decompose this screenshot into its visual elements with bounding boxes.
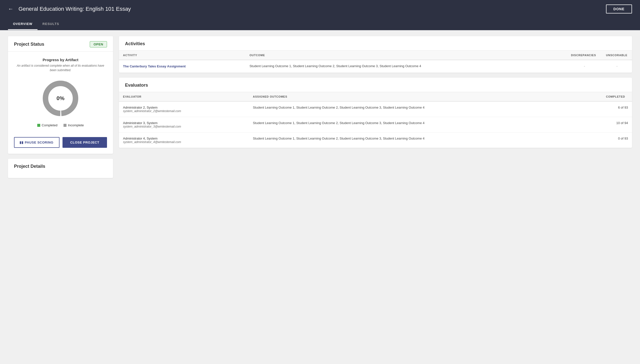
evaluators-table-header: EVALUATOR ASSIGNED OUTCOMES COMPLETED <box>119 92 632 101</box>
evaluator-name: Administrator 3, System <box>123 121 245 125</box>
evaluator-completed: 0 of 93 <box>602 132 632 148</box>
project-status-header: Project Status OPEN <box>8 36 113 52</box>
evaluator-email: system_administrator_3@wmtestemail.com <box>123 125 245 128</box>
evaluator-cell: Administrator 2, System system_administr… <box>119 101 249 117</box>
evaluator-outcomes: Student Learning Outcome 1, Student Lear… <box>249 101 602 117</box>
col-completed: COMPLETED <box>602 92 632 101</box>
col-evaluator: EVALUATOR <box>119 92 249 101</box>
header-left: ← General Education Writing: English 101… <box>8 6 131 12</box>
donut-chart: 0% <box>41 78 81 118</box>
activities-card: Activities ACTIVITY OUTCOME DISCREPANCIE… <box>119 36 632 73</box>
evaluator-completed: 10 of 94 <box>602 117 632 132</box>
activities-table-header: ACTIVITY OUTCOME DISCREPANCIES UNSCORABL… <box>119 51 632 60</box>
completed-dot <box>37 124 40 127</box>
project-details-title: Project Details <box>14 164 107 169</box>
action-buttons: ▮▮ PAUSE SCORING CLOSE PROJECT <box>8 133 113 154</box>
evaluator-cell: Administrator 3, System system_administr… <box>119 117 249 132</box>
evaluators-card: Evaluators EVALUATOR ASSIGNED OUTCOMES C… <box>119 78 632 148</box>
tab-results[interactable]: RESULTS <box>38 18 64 30</box>
progress-subtitle: An artifact is considered complete when … <box>14 64 107 72</box>
pause-scoring-button[interactable]: ▮▮ PAUSE SCORING <box>14 137 60 148</box>
page-title: General Education Writing: English 101 E… <box>19 6 131 12</box>
left-panel: Project Status OPEN Progress by Artifact… <box>8 36 113 358</box>
activity-unscorable: - <box>602 60 632 73</box>
col-outcome: OUTCOME <box>246 51 567 60</box>
progress-section: Progress by Artifact An artifact is cons… <box>8 52 113 133</box>
status-badge: OPEN <box>90 41 107 48</box>
evaluators-header: Evaluators <box>119 78 632 92</box>
activities-header: Activities <box>119 36 632 51</box>
activity-outcome: Student Learning Outcome 1, Student Lear… <box>246 60 567 73</box>
evaluator-email: system_administrator_2@wmtestemail.com <box>123 109 245 113</box>
evaluators-table: EVALUATOR ASSIGNED OUTCOMES COMPLETED Ad… <box>119 92 632 148</box>
tab-navigation: OVERVIEW RESULTS <box>0 18 640 30</box>
activity-link[interactable]: The Canterbury Tales Essay Assignment <box>123 64 186 68</box>
legend-completed: Completed <box>37 123 58 127</box>
evaluator-outcomes: Student Learning Outcome 1, Student Lear… <box>249 117 602 132</box>
evaluator-name: Administrator 4, System <box>123 136 245 140</box>
activities-title: Activities <box>125 41 145 46</box>
table-row: Administrator 3, System system_administr… <box>119 117 632 132</box>
evaluator-name: Administrator 2, System <box>123 106 245 109</box>
table-row: Administrator 2, System system_administr… <box>119 101 632 117</box>
legend-incomplete: Incomplete <box>64 123 84 127</box>
legend: Completed Incomplete <box>14 123 107 127</box>
pause-icon: ▮▮ <box>20 140 23 144</box>
evaluators-title: Evaluators <box>125 83 148 88</box>
incomplete-dot <box>64 124 67 127</box>
col-activity: ACTIVITY <box>119 51 246 60</box>
project-details-card: Project Details <box>8 159 113 178</box>
evaluators-table-body: Administrator 2, System system_administr… <box>119 101 632 148</box>
evaluator-outcomes: Student Learning Outcome 1, Student Lear… <box>249 132 602 148</box>
header: ← General Education Writing: English 101… <box>0 0 640 18</box>
completed-label: Completed <box>42 123 58 127</box>
evaluator-completed: 6 of 93 <box>602 101 632 117</box>
progress-title: Progress by Artifact <box>14 58 107 62</box>
col-assigned-outcomes: ASSIGNED OUTCOMES <box>249 92 602 101</box>
evaluator-email: system_administrator_4@wmtestemail.com <box>123 140 245 144</box>
project-status-title: Project Status <box>14 42 44 47</box>
activity-discrepancies: - <box>567 60 602 73</box>
donut-center-text: 0% <box>57 95 65 102</box>
project-status-card: Project Status OPEN Progress by Artifact… <box>8 36 113 154</box>
close-project-button[interactable]: CLOSE PROJECT <box>63 137 107 148</box>
main-content: Project Status OPEN Progress by Artifact… <box>0 30 640 364</box>
table-row: The Canterbury Tales Essay Assignment St… <box>119 60 632 73</box>
tab-overview[interactable]: OVERVIEW <box>8 18 38 30</box>
col-discrepancies: DISCREPANCIES <box>567 51 602 60</box>
table-row: Administrator 4, System system_administr… <box>119 132 632 148</box>
incomplete-label: Incomplete <box>68 123 84 127</box>
col-unscorable: UNSCORABLE <box>602 51 632 60</box>
activities-table-body: The Canterbury Tales Essay Assignment St… <box>119 60 632 73</box>
project-details-section: Project Details <box>8 159 113 178</box>
back-button[interactable]: ← <box>8 6 14 12</box>
activities-table: ACTIVITY OUTCOME DISCREPANCIES UNSCORABL… <box>119 51 632 73</box>
right-panel: Activities ACTIVITY OUTCOME DISCREPANCIE… <box>119 36 632 358</box>
done-button[interactable]: DONE <box>606 4 632 14</box>
evaluator-cell: Administrator 4, System system_administr… <box>119 132 249 148</box>
